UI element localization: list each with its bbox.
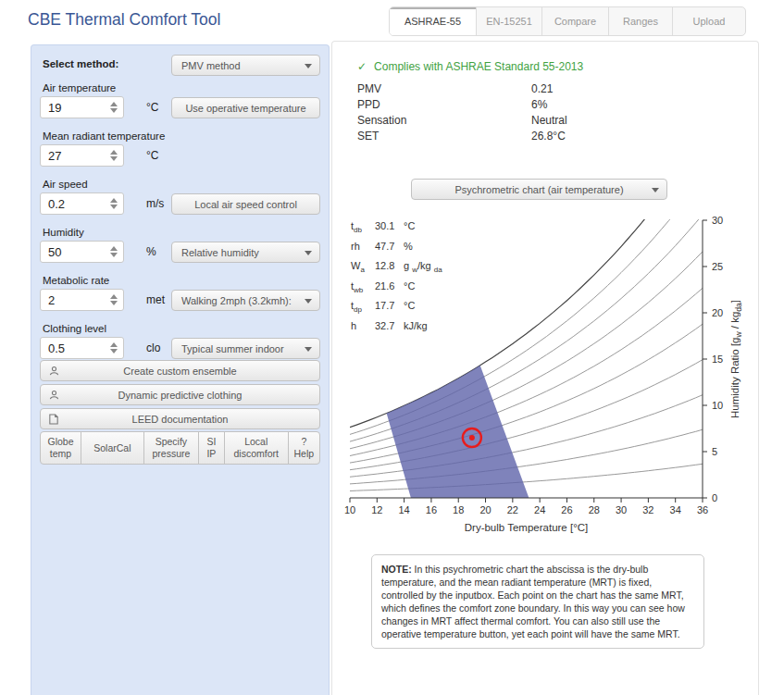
specify-pressure-button[interactable]: Specifypressure [143, 432, 198, 464]
svg-text:24: 24 [534, 504, 545, 515]
stepper-arrows-icon[interactable] [108, 292, 119, 308]
main-tabs: ASHRAE-55 EN-15251 Compare Ranges Upload [389, 6, 746, 36]
tab-en-15251[interactable]: EN-15251 [476, 7, 541, 35]
create-custom-ensemble-button[interactable]: Create custom ensemble [40, 360, 320, 381]
globe-temp-button[interactable]: Globetemp [41, 432, 81, 464]
metabolic-rate-unit: met [146, 293, 165, 306]
local-air-speed-control-button[interactable]: Local air speed control [171, 193, 320, 215]
mean-radiant-temperature-label: Mean radiant temperature [43, 130, 165, 142]
si-ip-toggle-button[interactable]: SIIP [198, 432, 224, 464]
air-temperature-input[interactable]: 19 [40, 96, 124, 118]
svg-text:36: 36 [697, 504, 708, 515]
result-row-ppd: PPD6% [357, 98, 547, 111]
svg-text:15: 15 [712, 354, 723, 365]
result-row-pmv: PMV0.21 [357, 82, 553, 95]
mean-radiant-temperature-input[interactable]: 27 [40, 144, 124, 167]
leed-documentation-button[interactable]: LEED documentation [40, 408, 320, 429]
svg-text:22: 22 [507, 504, 518, 515]
dynamic-predictive-clothing-button[interactable]: Dynamic predictive clothing [40, 384, 320, 405]
metabolic-rate-value: 2 [48, 293, 55, 307]
chart-type-value: Psychrometric chart (air temperature) [454, 184, 623, 195]
compliance-text: Complies with ASHRAE Standard 55-2013 [374, 60, 583, 73]
chart-readout: tdb30.1°C rh47.7% Wa12.8g w/kg da twb21.… [351, 218, 442, 339]
chevron-down-icon [305, 251, 312, 255]
chevron-down-icon [305, 299, 312, 304]
clothing-select[interactable]: Typical summer indoor [171, 338, 320, 359]
select-method-label: Select method: [43, 58, 118, 69]
tab-ranges[interactable]: Ranges [608, 7, 672, 35]
svg-text:34: 34 [670, 504, 681, 515]
air-temperature-value: 19 [48, 101, 61, 115]
svg-text:30: 30 [712, 215, 723, 226]
results-panel: ✓Complies with ASHRAE Standard 55-2013 P… [331, 41, 759, 695]
person-icon [49, 366, 59, 379]
use-operative-temperature-button[interactable]: Use operative temperature [171, 97, 320, 118]
page-title: CBE Thermal Comfort Tool [28, 10, 220, 30]
method-select[interactable]: PMV method [171, 55, 320, 76]
result-row-sensation: SensationNeutral [357, 114, 567, 127]
stepper-arrows-icon[interactable] [108, 243, 119, 260]
humidity-input[interactable]: 50 [40, 241, 124, 263]
note-label: NOTE: [381, 564, 412, 575]
stepper-arrows-icon[interactable] [108, 195, 119, 212]
svg-text:25: 25 [712, 261, 723, 272]
activity-select[interactable]: Walking 2mph (3.2kmh): [171, 290, 320, 311]
person-icon [49, 390, 59, 403]
clothing-select-value: Typical summer indoor [181, 343, 284, 354]
chevron-down-icon [305, 64, 312, 68]
tab-ashrae-55[interactable]: ASHRAE-55 [390, 7, 476, 35]
local-discomfort-button[interactable]: Localdiscomfort [224, 432, 288, 464]
svg-text:10: 10 [344, 504, 355, 515]
svg-text:Dry-bulb Temperature [°C]: Dry-bulb Temperature [°C] [465, 522, 589, 533]
sidebar-toolbar: Globetemp SolarCal Specifypressure SIIP … [40, 431, 320, 465]
svg-text:18: 18 [453, 504, 464, 515]
humidity-type-select[interactable]: Relative humidity [171, 242, 320, 263]
note-box: NOTE: In this psychrometric chart the ab… [371, 554, 704, 649]
svg-text:16: 16 [426, 504, 437, 515]
chevron-down-icon [305, 347, 312, 352]
humidity-unit: % [146, 245, 156, 258]
stepper-arrows-icon[interactable] [108, 147, 119, 164]
stepper-arrows-icon[interactable] [108, 340, 119, 356]
svg-text:30: 30 [616, 504, 627, 515]
air-speed-value: 0.2 [48, 197, 65, 211]
clothing-level-input[interactable]: 0.5 [40, 337, 124, 359]
mean-radiant-temperature-unit: °C [146, 149, 158, 162]
svg-text:32: 32 [642, 504, 653, 515]
note-text: In this psychrometric chart the abscissa… [381, 564, 685, 639]
svg-text:0: 0 [712, 492, 717, 503]
svg-text:Humidity Ratio [gw / kgda]: Humidity Ratio [gw / kgda] [729, 300, 743, 418]
chart-type-select[interactable]: Psychrometric chart (air temperature) [411, 179, 667, 200]
metabolic-rate-input[interactable]: 2 [40, 289, 124, 311]
input-sidebar: Select method: PMV method Air temperatur… [31, 44, 330, 695]
air-temperature-unit: °C [146, 101, 158, 114]
document-icon [49, 414, 58, 427]
air-speed-input[interactable]: 0.2 [40, 192, 124, 215]
svg-text:14: 14 [398, 504, 409, 515]
humidity-label: Humidity [43, 227, 84, 238]
clothing-level-unit: clo [146, 341, 160, 354]
compliance-status: ✓Complies with ASHRAE Standard 55-2013 [357, 60, 583, 73]
tab-upload[interactable]: Upload [672, 7, 745, 35]
svg-text:20: 20 [712, 307, 723, 318]
help-button[interactable]: ?Help [288, 432, 319, 464]
stepper-arrows-icon[interactable] [108, 99, 119, 116]
humidity-type-value: Relative humidity [181, 247, 259, 258]
button-label: Dynamic predictive clothing [118, 390, 243, 401]
svg-text:12: 12 [371, 504, 382, 515]
button-label: Create custom ensemble [123, 366, 236, 377]
svg-text:26: 26 [561, 504, 572, 515]
tab-compare[interactable]: Compare [541, 7, 608, 35]
metabolic-rate-label: Metabolic rate [43, 275, 109, 286]
activity-select-value: Walking 2mph (3.2kmh): [181, 295, 292, 306]
svg-text:10: 10 [712, 400, 723, 411]
method-select-value: PMV method [181, 60, 241, 71]
solarcal-button[interactable]: SolarCal [81, 432, 143, 464]
air-speed-unit: m/s [146, 197, 164, 210]
air-temperature-label: Air temperature [43, 82, 116, 93]
svg-text:5: 5 [712, 446, 717, 457]
humidity-value: 50 [48, 245, 61, 259]
mean-radiant-temperature-value: 27 [48, 149, 61, 163]
clothing-level-label: Clothing level [43, 323, 106, 334]
chevron-down-icon [652, 188, 659, 192]
